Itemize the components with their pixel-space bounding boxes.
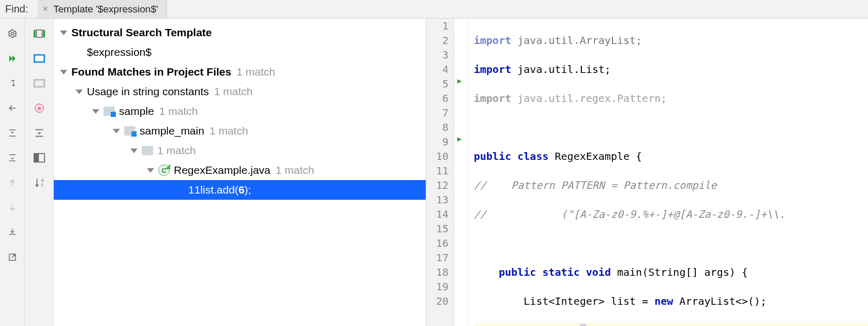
usage-count: 1 match: [214, 85, 253, 98]
scope-icon[interactable]: [32, 51, 47, 66]
match-case-icon[interactable]: m: [32, 100, 47, 116]
collapse-all-icon[interactable]: [5, 150, 20, 166]
svg-text:z: z: [41, 183, 43, 187]
dir-count: 1 match: [157, 144, 196, 157]
tree-file[interactable]: C RegexExample.java 1 match: [54, 160, 426, 180]
pkg-count: 1 match: [159, 105, 198, 117]
tree-found[interactable]: Found Matches in Project Files 1 match: [54, 62, 426, 82]
pkg2-count: 1 match: [209, 125, 248, 137]
tree-pkg2[interactable]: sample_main 1 match: [54, 121, 426, 141]
tree-root[interactable]: Structural Search Template: [54, 23, 426, 42]
arrow-up-icon[interactable]: [5, 175, 20, 190]
chevron-down-icon[interactable]: [130, 149, 138, 153]
svg-rect-7: [35, 81, 43, 86]
arrow-down-icon[interactable]: [5, 200, 20, 215]
filter-by-module-icon[interactable]: [32, 76, 47, 91]
chevron-down-icon[interactable]: [92, 109, 99, 114]
export-icon[interactable]: [5, 249, 20, 265]
gear-icon[interactable]: [5, 26, 20, 41]
run-marker-icon[interactable]: ▶: [457, 135, 461, 143]
group-usages-icon[interactable]: [32, 26, 47, 41]
sort-alpha-icon[interactable]: az: [32, 175, 47, 190]
package-icon: [103, 107, 115, 116]
folder-icon: [142, 146, 153, 155]
run-marker-icon[interactable]: ▶: [457, 77, 461, 85]
pin-icon[interactable]: [5, 76, 20, 91]
expression-text: $expression$: [87, 46, 152, 58]
match-pre: list.add(: [200, 184, 238, 196]
svg-rect-3: [43, 30, 45, 38]
usage-label: Usage in string constants: [87, 85, 209, 98]
find-label: Find:: [0, 3, 37, 15]
match-bold: 6: [238, 184, 245, 196]
svg-rect-5: [35, 56, 43, 62]
find-tab[interactable]: × Template '$expression$': [37, 0, 167, 18]
line-gutter: 1 2 3 4 5 6 7 8 9 10 11 12 13 14 15 16 1…: [426, 19, 454, 326]
code-body[interactable]: import java.util.ArrayList; import java.…: [469, 19, 868, 326]
expand-all-icon[interactable]: [5, 125, 20, 141]
tree-dir[interactable]: 1 match: [54, 141, 426, 160]
chevron-down-icon[interactable]: [147, 168, 154, 173]
tree-match[interactable]: 11 list.add(6);: [54, 180, 426, 200]
match-post: );: [245, 184, 251, 196]
tree-root-label: Structural Search Template: [71, 26, 212, 39]
pkg2-label: sample_main: [140, 125, 204, 137]
svg-point-0: [11, 33, 13, 35]
svg-text:m: m: [37, 106, 40, 111]
expand-tree-icon[interactable]: [32, 125, 47, 141]
svg-text:a: a: [41, 178, 43, 183]
found-label: Found Matches in Project Files: [71, 66, 231, 78]
svg-rect-1: [34, 30, 36, 38]
rerun-icon[interactable]: [5, 51, 20, 66]
arrow-left-icon[interactable]: [5, 100, 20, 116]
pkg-label: sample: [119, 105, 154, 117]
preview-icon[interactable]: [32, 150, 47, 166]
chevron-down-icon[interactable]: [60, 31, 67, 35]
code-preview: 1 2 3 4 5 6 7 8 9 10 11 12 13 14 15 16 1…: [426, 19, 868, 326]
tree-pkg[interactable]: sample 1 match: [54, 101, 426, 121]
close-icon[interactable]: ×: [42, 4, 48, 14]
tool-rail-right: m az: [25, 19, 54, 326]
match-line-num: 11: [188, 184, 200, 196]
package-icon: [124, 126, 136, 136]
class-file-icon: C: [158, 165, 170, 176]
svg-rect-2: [36, 30, 42, 38]
file-count: 1 match: [276, 164, 315, 176]
tool-rail-left: [0, 19, 25, 326]
chevron-down-icon[interactable]: [113, 129, 120, 134]
svg-rect-11: [34, 154, 38, 162]
file-label: RegexExample.java: [174, 164, 271, 176]
tree-expr[interactable]: $expression$: [54, 42, 426, 62]
find-tab-text: Template '$expression$': [53, 4, 158, 15]
run-gutter: ▶ ▶: [454, 19, 469, 326]
found-count: 1 match: [236, 66, 275, 78]
chevron-down-icon[interactable]: [76, 90, 83, 94]
results-tree[interactable]: Structural Search Template $expression$ …: [54, 19, 426, 326]
tree-usage[interactable]: Usage in string constants 1 match: [54, 82, 426, 101]
find-bar: Find: × Template '$expression$': [0, 0, 868, 19]
import-icon[interactable]: [5, 225, 20, 240]
chevron-down-icon[interactable]: [60, 70, 67, 75]
